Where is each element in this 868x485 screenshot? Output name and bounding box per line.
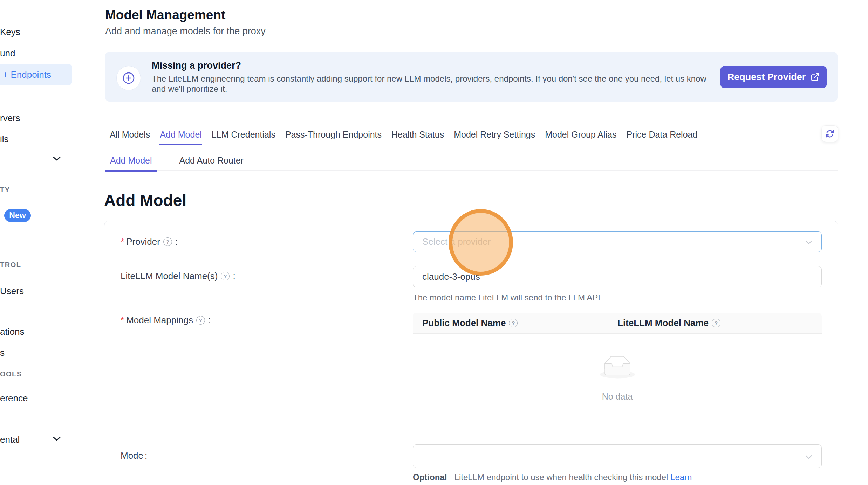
learn-link[interactable]: Learn — [670, 472, 692, 482]
no-data-text: No data — [413, 392, 822, 402]
sidebar-item-reference[interactable]: erence — [0, 393, 28, 404]
mode-label: Mode : — [121, 450, 147, 461]
subtab-add-model[interactable]: Add Model — [105, 155, 157, 172]
tabbar: All Models Add Model LLM Credentials Pas… — [109, 130, 698, 145]
required-asterisk: * — [121, 236, 124, 247]
sidebar-item-models-endpoints[interactable]: + Endpoints — [0, 64, 72, 85]
chevron-down-icon[interactable] — [53, 436, 61, 443]
column-header-litellm-model-name: LiteLLM Model Name ? — [610, 318, 723, 328]
sidebar-item-teams[interactable]: s — [0, 347, 5, 358]
sidebar-item-label: + Endpoints — [3, 69, 51, 80]
column-header-text: LiteLLM Model Name — [617, 318, 709, 328]
tab-health-status[interactable]: Health Status — [391, 130, 444, 145]
provider-label-text: Provider — [126, 236, 160, 247]
tab-llm-credentials[interactable]: LLM Credentials — [211, 130, 276, 145]
form-heading: Add Model — [104, 191, 186, 210]
model-name-label: LiteLLM Model Name(s) ? : — [121, 271, 235, 282]
refresh-icon — [825, 129, 834, 138]
mode-label-text: Mode — [121, 450, 143, 461]
model-mappings-label-text: Model Mappings — [126, 315, 193, 326]
chevron-down-icon — [805, 236, 812, 247]
sidebar-item-keys[interactable]: Keys — [0, 27, 20, 37]
mode-select[interactable] — [413, 444, 822, 468]
sidebar-item-experimental[interactable]: ental — [0, 434, 20, 445]
help-question-icon[interactable]: ? — [221, 272, 230, 280]
banner-body: The LiteLLM engineering team is constant… — [152, 74, 719, 94]
provider-label: * Provider ? : — [121, 236, 178, 247]
sidebar-item-guardrails[interactable]: ils — [0, 134, 9, 145]
label-colon: : — [208, 315, 211, 326]
empty-inbox-icon — [413, 356, 822, 380]
sidebar-item-playground[interactable]: und — [0, 48, 15, 59]
sidebar-section-header: TY — [0, 186, 10, 194]
subtab-add-auto-router[interactable]: Add Auto Router — [175, 155, 248, 172]
label-colon: : — [233, 271, 235, 282]
help-question-icon[interactable]: ? — [509, 319, 518, 327]
label-colon: : — [145, 450, 147, 461]
banner-title: Missing a provider? — [152, 60, 241, 71]
column-divider — [610, 317, 610, 330]
help-question-icon[interactable]: ? — [196, 316, 205, 325]
column-header-text: Public Model Name — [422, 318, 506, 328]
tab-all-models[interactable]: All Models — [109, 130, 150, 145]
tab-model-group-alias[interactable]: Model Group Alias — [545, 130, 617, 145]
help-question-icon[interactable]: ? — [163, 237, 172, 246]
sidebar-item-organizations[interactable]: ations — [0, 326, 24, 337]
required-asterisk: * — [121, 315, 124, 326]
chevron-down-icon — [805, 451, 812, 462]
chevron-down-icon[interactable] — [53, 156, 61, 162]
request-provider-button[interactable]: Request Provider — [720, 66, 827, 88]
new-badge: New — [4, 209, 31, 222]
model-name-label-text: LiteLLM Model Name(s) — [121, 271, 218, 282]
sidebar-section-header: OOLS — [0, 370, 22, 378]
sidebar-item-servers[interactable]: rvers — [0, 113, 20, 124]
model-name-input[interactable] — [413, 266, 822, 287]
provider-select[interactable]: Select a provider — [413, 231, 822, 252]
tab-add-model[interactable]: Add Model — [159, 130, 202, 145]
page-title: Model Management — [105, 8, 225, 22]
model-management-page: Keys und + Endpoints rvers ils TY New TR… — [0, 0, 868, 485]
tab-model-retry-settings[interactable]: Model Retry Settings — [453, 130, 535, 145]
subtabbar: Add Model Add Auto Router — [105, 155, 248, 172]
mappings-table-header: Public Model Name ? LiteLLM Model Name ? — [413, 313, 822, 334]
provider-select-placeholder: Select a provider — [422, 236, 491, 247]
tab-pass-through-endpoints[interactable]: Pass-Through Endpoints — [285, 130, 382, 145]
sidebar-item-users[interactable]: Users — [0, 286, 24, 297]
sidebar-section-header: TROL — [0, 261, 21, 269]
refresh-button[interactable] — [821, 125, 838, 142]
model-name-helper: The model name LiteLLM will send to the … — [413, 293, 600, 303]
external-link-icon — [811, 72, 820, 82]
table-bottom-divider — [413, 427, 822, 427]
mode-helper-bold: Optional — [413, 472, 447, 482]
request-provider-label: Request Provider — [727, 72, 806, 83]
help-question-icon[interactable]: ? — [712, 319, 720, 327]
model-mappings-label: * Model Mappings ? : — [121, 315, 211, 326]
column-header-public-model-name: Public Model Name ? — [413, 318, 610, 328]
mode-helper-text: - LiteLLM endpoint to use when health ch… — [447, 472, 670, 482]
mode-helper: Optional - LiteLLM endpoint to use when … — [413, 472, 692, 482]
plus-circle-icon — [116, 66, 141, 90]
tab-price-data-reload[interactable]: Price Data Reload — [626, 130, 698, 145]
label-colon: : — [175, 236, 178, 247]
page-subtitle: Add and manage models for the proxy — [105, 26, 266, 37]
